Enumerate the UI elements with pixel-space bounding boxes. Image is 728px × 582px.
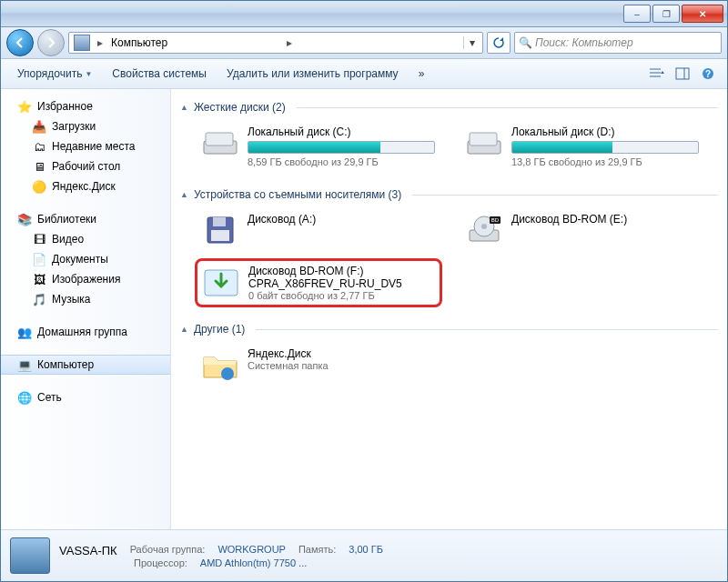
bd-rom-icon: BD [464,213,504,249]
category-hard-drives[interactable]: ▲Жесткие диски (2) [180,98,718,116]
drive-label: Дисковод BD-ROM (E:) [511,213,699,226]
search-icon: 🔍 [519,36,531,49]
cpu-value: AMD Athlon(tm) 7750 ... [200,557,307,568]
picture-icon: 🖼 [32,272,46,286]
item-type: Системная папка [248,360,435,371]
toolbar-overflow-button[interactable]: » [411,65,432,83]
toolbar: Упорядочить▼ Свойства системы Удалить ил… [1,59,727,89]
preview-pane-button[interactable] [672,64,693,84]
drive-floppy-a[interactable]: Дисковод (A:) [195,207,440,255]
capacity-bar [511,141,699,154]
computer-icon [74,35,90,51]
content-pane[interactable]: ▲Жесткие диски (2) Локальный диск (C:) 8… [171,89,727,529]
svg-text:BD: BD [491,217,500,223]
details-pane: VASSA-ПК Рабочая группа:WORKGROUP Память… [1,529,727,581]
drive-bdrom-f[interactable]: Дисковод BD-ROM (F:) CPRA_X86FREV_RU-RU_… [195,258,442,307]
item-yandex-disk-folder[interactable]: Яндекс.Диск Системная папка [195,342,440,389]
svg-rect-3 [676,68,689,79]
breadcrumb-sep-icon[interactable]: ▸ [282,36,297,49]
drive-volume-label: CPRA_X86FREV_RU-RU_DV5 [248,277,436,290]
drive-free-space: 8,59 ГБ свободно из 29,9 ГБ [248,156,435,167]
cpu-label: Процессор: [134,557,187,568]
hdd-icon [200,125,240,162]
organize-menu[interactable]: Упорядочить▼ [10,65,99,83]
navbar: ▸ Компьютер ▸ ▾ 🔍 Поиск: Компьютер [1,27,727,59]
drive-label: Локальный диск (D:) [511,125,699,138]
back-button[interactable] [6,29,34,56]
music-icon: 🎵 [32,292,46,306]
drive-bdrom-e[interactable]: BD Дисковод BD-ROM (E:) [459,207,704,255]
item-label: Яндекс.Диск [248,347,435,360]
hdd-icon [464,125,504,162]
sidebar-item-documents[interactable]: 📄Документы [1,249,170,269]
sidebar-item-downloads[interactable]: 📥Загрузки [1,116,170,136]
breadcrumb-item[interactable]: Компьютер [107,36,282,49]
help-button[interactable]: ? [698,64,718,84]
document-icon: 📄 [32,252,46,266]
maximize-button[interactable]: ❐ [652,5,680,23]
sidebar-item-recent[interactable]: 🗂Недавние места [1,136,170,156]
explorer-body: ⭐Избранное 📥Загрузки 🗂Недавние места 🖥Ра… [1,89,727,529]
sidebar-item-pictures[interactable]: 🖼Изображения [1,269,170,289]
category-other[interactable]: ▲Другие (1) [180,320,718,338]
drive-label: Дисковод BD-ROM (F:) [248,265,436,277]
folder-icon [200,347,240,384]
workgroup-value: WORKGROUP [217,544,286,557]
svg-rect-13 [211,230,229,241]
sidebar: ⭐Избранное 📥Загрузки 🗂Недавние места 🖥Ра… [1,89,171,529]
computer-icon: 💻 [17,357,32,372]
computer-large-icon [10,537,50,574]
breadcrumb-sep-icon[interactable]: ▸ [93,36,107,49]
svg-rect-12 [213,217,226,226]
search-input[interactable]: 🔍 Поиск: Компьютер [514,32,722,54]
star-icon: ⭐ [17,99,32,114]
floppy-icon [200,213,240,249]
address-bar[interactable]: ▸ Компьютер ▸ ▾ [68,32,483,54]
sidebar-item-network[interactable]: 🌐Сеть [1,387,170,407]
memory-label: Память: [298,544,336,557]
downloads-icon: 📥 [32,119,46,134]
svg-text:?: ? [705,69,711,79]
close-button[interactable]: ✕ [682,5,723,23]
sidebar-head-libraries[interactable]: 📚Библиотеки [1,209,170,229]
memory-value: 3,00 ГБ [349,544,383,557]
explorer-window: – ❐ ✕ ▸ Компьютер ▸ ▾ 🔍 Поиск: Компьютер… [0,0,728,582]
drive-c[interactable]: Локальный диск (C:) 8,59 ГБ свободно из … [195,120,440,173]
forward-button[interactable] [37,29,65,56]
capacity-bar [248,141,435,154]
network-icon: 🌐 [17,390,32,405]
sidebar-item-homegroup[interactable]: 👥Домашняя группа [1,322,170,342]
workgroup-label: Рабочая группа: [130,544,206,557]
svg-rect-8 [206,133,233,146]
chevron-down-icon: ▲ [180,190,188,199]
category-removable[interactable]: ▲Устройства со съемными носителями (3) [180,186,718,204]
drive-d[interactable]: Локальный диск (D:) 13,8 ГБ свободно из … [459,120,704,173]
chevron-down-icon: ▲ [180,325,188,334]
svg-point-16 [481,224,487,229]
system-properties-button[interactable]: Свойства системы [105,65,214,83]
video-icon: 🎞 [32,232,46,246]
drive-free-space: 0 байт свободно из 2,77 ГБ [248,290,436,301]
desktop-icon: 🖥 [32,159,46,174]
drive-label: Дисковод (A:) [248,213,435,226]
sidebar-item-yandex-disk[interactable]: 🟡Яндекс.Диск [1,176,170,196]
titlebar[interactable]: – ❐ ✕ [1,1,727,27]
yandex-disk-icon: 🟡 [32,179,46,194]
minimize-button[interactable]: – [623,5,651,23]
sidebar-item-desktop[interactable]: 🖥Рабочий стол [1,156,170,176]
svg-rect-10 [470,133,497,146]
view-mode-button[interactable] [647,64,667,84]
sidebar-head-favorites[interactable]: ⭐Избранное [1,96,170,116]
refresh-button[interactable] [487,32,511,54]
sidebar-item-computer[interactable]: 💻Компьютер [1,355,170,375]
address-dropdown-button[interactable]: ▾ [463,36,480,49]
bd-rom-install-icon [201,265,241,301]
sidebar-item-music[interactable]: 🎵Музыка [1,289,170,309]
library-icon: 📚 [17,212,32,226]
uninstall-program-button[interactable]: Удалить или изменить программу [219,65,406,83]
homegroup-icon: 👥 [17,325,32,339]
svg-point-20 [221,367,234,380]
search-placeholder: Поиск: Компьютер [535,36,633,49]
sidebar-item-videos[interactable]: 🎞Видео [1,229,170,249]
chevron-down-icon: ▲ [180,103,188,112]
